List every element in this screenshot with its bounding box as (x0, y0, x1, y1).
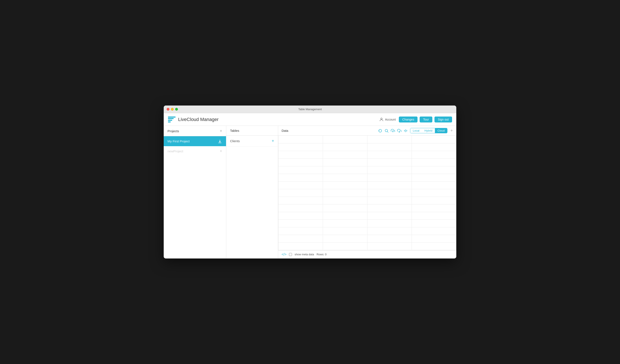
table-row (279, 242, 456, 250)
refresh-icon[interactable] (378, 128, 383, 133)
account-icon (379, 117, 384, 122)
minimize-button[interactable] (171, 108, 174, 111)
table-name: Clients (230, 139, 240, 143)
new-project-item[interactable]: newProject + (164, 146, 226, 156)
table-row (279, 197, 456, 204)
logo-icon (168, 116, 176, 122)
logo-bar-3 (168, 120, 172, 121)
logo-bar-1 (168, 116, 176, 117)
tour-button[interactable]: Tour (420, 116, 432, 122)
projects-title: Projects (168, 129, 179, 133)
table-row (279, 219, 456, 227)
app-title: LiveCloud Manager (178, 117, 219, 122)
table-row (279, 159, 456, 166)
project-item-my-first-project[interactable]: My First Project (164, 136, 226, 146)
show-meta-checkbox[interactable] (289, 253, 292, 256)
close-button[interactable] (167, 108, 170, 111)
table-row (279, 227, 456, 235)
window-title: Table Management (298, 108, 322, 111)
table-row (279, 136, 456, 143)
account-label: Account (385, 118, 396, 121)
sync-toggle: Local Hybrid Cloud (410, 128, 448, 133)
app-window: Table Management LiveCloud Manager Accou… (164, 105, 456, 259)
toolbar-icons (378, 128, 408, 133)
svg-point-1 (385, 129, 388, 132)
logo-bar-4 (168, 121, 171, 122)
app-header: LiveCloud Manager Account Changes Tour S… (164, 113, 456, 126)
data-title: Data (282, 129, 376, 132)
svg-line-2 (387, 131, 388, 133)
table-row (279, 143, 456, 151)
data-header: Data (278, 126, 456, 136)
table-row (279, 235, 456, 242)
tables-header: Tables (226, 126, 278, 136)
table-row (279, 212, 456, 219)
table-row (279, 151, 456, 159)
data-grid (278, 136, 456, 250)
add-table-icon[interactable]: + (272, 139, 274, 144)
upload-cloud-icon[interactable] (390, 128, 395, 133)
table-row (279, 204, 456, 212)
account-area: Account (379, 117, 396, 122)
hybrid-sync-button[interactable]: Hybrid (422, 128, 435, 133)
signout-button[interactable]: Sign out (434, 116, 452, 122)
tables-title: Tables (230, 129, 239, 132)
sidebar: Projects + My First Project newProject + (164, 126, 226, 259)
svg-point-0 (381, 118, 382, 119)
project-name: My First Project (168, 139, 189, 143)
cloud-sync-button[interactable]: Cloud (435, 128, 447, 133)
logo-area: LiveCloud Manager (168, 116, 379, 122)
table-row (279, 166, 456, 174)
resize-columns-icon[interactable] (403, 128, 408, 133)
changes-button[interactable]: Changes (399, 116, 418, 122)
add-new-project-icon[interactable]: + (220, 149, 222, 154)
add-column-button[interactable]: + (450, 128, 453, 133)
table-row (279, 189, 456, 197)
search-icon[interactable] (384, 128, 389, 133)
tables-panel: Tables Clients + (226, 126, 278, 259)
rows-label: Rows: 0 (317, 253, 326, 256)
new-project-name: newProject (168, 149, 183, 153)
code-icon[interactable]: </> (282, 253, 286, 256)
traffic-lights (167, 108, 178, 111)
title-bar: Table Management (164, 105, 456, 113)
data-footer: </> show meta data Rows: 0 (278, 250, 456, 259)
maximize-button[interactable] (175, 108, 178, 111)
main-content: Projects + My First Project newProject + (164, 126, 456, 259)
download-cloud-icon[interactable] (397, 128, 402, 133)
table-row (279, 181, 456, 189)
table-row (279, 174, 456, 181)
show-meta-label: show meta data (294, 253, 314, 256)
logo-bar-2 (168, 118, 174, 119)
table-item-clients[interactable]: Clients + (226, 136, 278, 147)
download-icon (217, 139, 222, 144)
data-panel: Data (278, 126, 456, 259)
header-actions: Account Changes Tour Sign out (379, 116, 452, 122)
local-sync-button[interactable]: Local (410, 128, 422, 133)
sidebar-header: Projects + (164, 126, 226, 136)
add-project-icon[interactable]: + (220, 129, 222, 133)
data-table (278, 136, 456, 250)
